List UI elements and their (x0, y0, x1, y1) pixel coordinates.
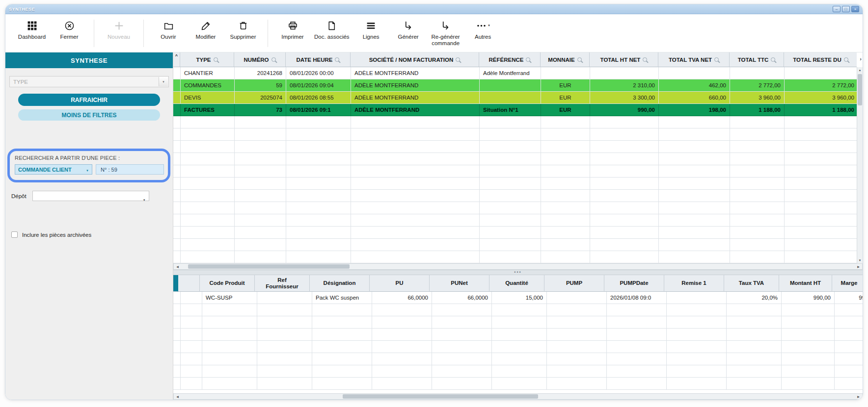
chevron-down-icon[interactable] (159, 77, 168, 86)
maximize-button[interactable] (842, 6, 850, 12)
scroll-right-icon[interactable] (855, 395, 862, 398)
piece-type-dropdown[interactable]: COMMANDE CLIENT (15, 164, 92, 175)
toolbar-icon-row (64, 19, 75, 32)
cell (286, 178, 351, 190)
search-icon[interactable] (714, 57, 719, 62)
cell (372, 316, 432, 329)
type-dropdown[interactable]: TYPE (9, 76, 169, 87)
bottom-grid-row-wc-susp[interactable]: WC-SUSPPack WC suspen66,000066,000015,00… (173, 292, 863, 304)
toolbar-button-ouvrir[interactable]: Ouvrir (150, 18, 187, 40)
column-header-pu[interactable]: PU (370, 275, 430, 292)
top-grid-row-chantier[interactable]: CHANTIER2024126808/01/2026 00:00ADÈLE MO… (173, 67, 857, 79)
piece-number-input[interactable]: N° : 59 (96, 164, 164, 175)
top-grid-row-commandes[interactable]: COMMANDES5908/01/2026 09:04ADÈLE MONTFER… (173, 79, 857, 92)
scroll-left-icon[interactable] (174, 395, 181, 398)
cell (181, 227, 235, 239)
toolbar-icon-row: ▾ (476, 19, 490, 32)
close-button[interactable] (851, 6, 859, 12)
toolbar-button-doc-associ-s[interactable]: Doc. associés (311, 18, 353, 40)
minimize-button[interactable] (833, 6, 841, 12)
column-header-remise-1[interactable]: Remise 1 (664, 275, 724, 292)
toolbar-button-modifier[interactable]: Modifier (187, 18, 224, 40)
column-header-punet[interactable]: PUNet (430, 275, 489, 292)
refresh-button[interactable]: RAFRAICHIR (18, 94, 160, 106)
top-grid-vscrollbar[interactable] (857, 67, 863, 263)
cell (286, 227, 351, 239)
cell (785, 178, 857, 190)
cell (351, 116, 480, 128)
titlebar[interactable]: SYNTHESE (5, 4, 863, 14)
column-header-pumpdate[interactable]: PUMPDate (604, 275, 664, 292)
cell (173, 190, 181, 202)
cell (659, 251, 730, 263)
toolbar-button-re-g-n-rer-commande[interactable]: Re-générer commande (427, 18, 464, 47)
hscroll-thumb[interactable] (188, 264, 350, 269)
column-header-montant-ht[interactable]: Montant HT (779, 275, 832, 292)
vscroll-thumb[interactable] (858, 74, 862, 105)
column-header-date-heure[interactable]: DATE HEURE (286, 52, 351, 67)
depot-dropdown[interactable] (32, 191, 149, 201)
top-grid-row-devis[interactable]: DEVIS202507408/01/2026 08:55ADÈLE MONTFE… (173, 92, 857, 104)
cell (785, 153, 857, 165)
toolbar-button-label: Dashboard (18, 34, 46, 40)
column-header-total-ttc[interactable]: TOTAL TTC (730, 52, 784, 67)
search-icon[interactable] (526, 57, 530, 62)
search-icon[interactable] (335, 57, 339, 62)
toolbar-button-imprimer[interactable]: Imprimer (274, 18, 311, 40)
search-icon[interactable] (271, 57, 276, 62)
hscroll-thumb[interactable] (343, 394, 538, 399)
search-icon[interactable] (577, 57, 582, 62)
toolbar-button-g-n-rer[interactable]: Générer (390, 18, 427, 40)
next-columns-chevron[interactable] (860, 56, 862, 62)
cell (659, 214, 730, 227)
search-icon[interactable] (771, 57, 775, 62)
column-header-monnaie[interactable]: MONNAIE (541, 52, 590, 67)
column-header-num-ro[interactable]: NUMÉRO (234, 52, 286, 67)
column-header-pump[interactable]: PUMP (544, 275, 604, 292)
column-header-quantit[interactable]: Quantité (489, 275, 544, 292)
column-header-d-signation[interactable]: Désignation (310, 275, 370, 292)
cell (590, 116, 659, 128)
chevron-down-icon[interactable]: ▾ (488, 24, 490, 27)
scroll-up-icon[interactable] (857, 67, 863, 73)
bottom-grid-hscrollbar[interactable] (173, 393, 863, 400)
top-grid-header: ^TYPENUMÉRODATE HEURESOCIÉTÉ / NOM FACTU… (173, 52, 857, 67)
hscroll-track[interactable] (181, 394, 855, 399)
sort-indicator[interactable]: ^ (173, 52, 180, 67)
scroll-down-icon[interactable] (857, 257, 863, 263)
column-header-r-f-rence[interactable]: RÉFÉRENCE (479, 52, 541, 67)
grid-splitter[interactable] (173, 270, 863, 275)
cell (480, 251, 541, 263)
cell (667, 341, 727, 353)
vscroll-track[interactable] (857, 73, 863, 257)
toolbar-button-lignes[interactable]: Lignes (353, 18, 390, 40)
cell (547, 329, 607, 341)
top-grid-row-factures[interactable]: FACTURES7308/01/2026 09:1ADÈLE MONTFERRA… (173, 104, 857, 116)
cell: 20241268 (235, 67, 286, 79)
archived-checkbox[interactable] (11, 231, 18, 238)
scroll-right-icon[interactable] (855, 265, 862, 268)
column-header-ref-fournisseur[interactable]: Ref Fournisseur (255, 275, 310, 292)
toolbar-button-dashboard[interactable]: Dashboard (13, 18, 51, 40)
column-header-soci-t-nom-facturation[interactable]: SOCIÉTÉ / NOM FACTURATION (351, 52, 479, 67)
search-icon[interactable] (214, 57, 218, 62)
column-header-taux-tva[interactable]: Taux TVA (724, 275, 779, 292)
column-header-total-ht-net[interactable]: TOTAL HT NET (590, 52, 658, 67)
toolbar-button-fermer[interactable]: Fermer (51, 18, 88, 40)
column-header-type[interactable]: TYPE (180, 52, 234, 67)
cell (181, 190, 235, 202)
toolbar-button-autres[interactable]: ▾Autres (464, 18, 502, 40)
cell (785, 251, 857, 263)
search-icon[interactable] (844, 57, 848, 62)
column-header-total-tva-net[interactable]: TOTAL TVA NET (658, 52, 730, 67)
less-filters-button[interactable]: MOINS DE FILTRES (18, 109, 160, 121)
column-header-total-reste-du[interactable]: TOTAL RESTE DU (784, 52, 857, 67)
column-header-marge[interactable]: Marge (832, 275, 863, 292)
scroll-left-icon[interactable] (174, 265, 181, 268)
search-icon[interactable] (456, 57, 460, 62)
toolbar-button-supprimer[interactable]: Supprimer (224, 18, 262, 40)
top-grid-hscrollbar[interactable] (173, 263, 863, 270)
column-header-code-produit[interactable]: Code Produit (200, 275, 255, 292)
search-icon[interactable] (643, 57, 647, 62)
hscroll-track[interactable] (181, 264, 855, 269)
